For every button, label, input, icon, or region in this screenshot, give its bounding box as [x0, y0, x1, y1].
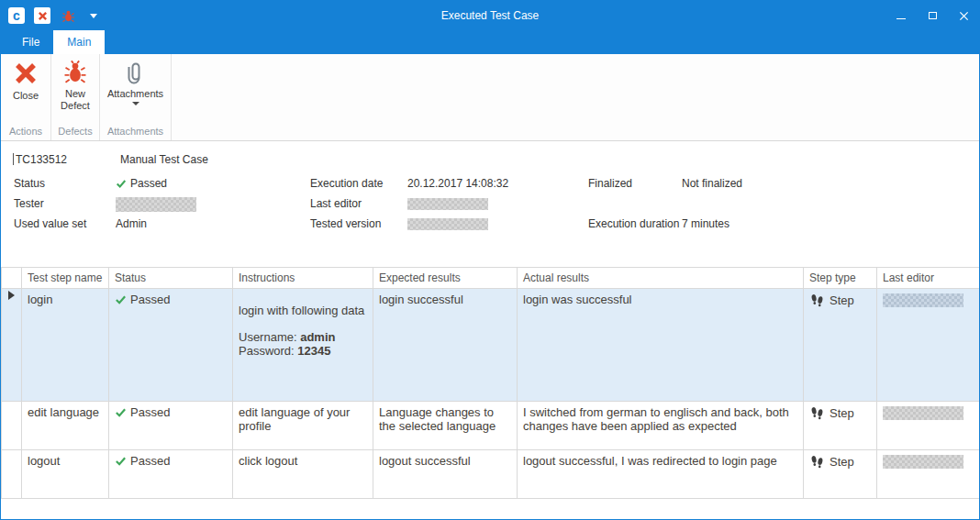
test-case-details: TC133512 Manual Test Case Status Passed …: [1, 141, 979, 267]
execution-duration-value: 7 minutes: [682, 217, 729, 230]
maximize-icon: [929, 12, 937, 19]
bug-icon: [61, 9, 75, 23]
finalized-value: Not finalized: [682, 177, 742, 190]
text-cursor: [13, 153, 14, 165]
quick-access-toolbar: c: [1, 7, 102, 24]
new-defect-quick-icon[interactable]: [60, 7, 76, 24]
test-case-id[interactable]: TC133512: [16, 153, 67, 166]
test-steps-table: Test step name Status Instructions Expec…: [1, 267, 980, 499]
new-defect-button[interactable]: New Defect: [53, 58, 97, 114]
app-logo-icon[interactable]: c: [8, 7, 25, 24]
cell-instructions[interactable]: login with following data Username: admi…: [233, 289, 373, 402]
password-label: Password:: [239, 344, 297, 358]
cell-expected-results[interactable]: login successful: [373, 289, 518, 402]
cell-expected-results[interactable]: Language changes to the selected languag…: [373, 402, 518, 450]
cell-instructions[interactable]: click logout: [233, 450, 373, 499]
ribbon-group-actions: Close Actions: [1, 54, 51, 140]
cell-step-type[interactable]: Step: [804, 450, 877, 499]
username-value: admin: [300, 330, 335, 344]
last-editor-label: Last editor: [310, 197, 362, 210]
instructions-password-line: Password: 12345: [239, 344, 367, 358]
header-last-editor[interactable]: Last editor: [877, 268, 980, 289]
status-text: Passed: [130, 405, 170, 419]
cell-last-editor[interactable]: [877, 402, 980, 450]
quick-access-dropdown[interactable]: [85, 7, 102, 24]
status-text: Passed: [130, 454, 170, 468]
close-ribbon-button[interactable]: Close: [5, 58, 47, 104]
tab-main[interactable]: Main: [53, 30, 105, 54]
row-indicator: [2, 402, 22, 450]
test-case-type: Manual Test Case: [120, 153, 208, 166]
ribbon-group-attachments: Attachments Attachments: [100, 54, 172, 140]
close-button-label: Close: [13, 90, 39, 102]
minimize-button[interactable]: [885, 1, 917, 30]
attachments-button-label: Attachments: [107, 88, 163, 100]
status-text: Passed: [130, 293, 170, 306]
step-type-text: Step: [830, 455, 854, 469]
status-label: Status: [14, 177, 45, 190]
ribbon-group-defects: New Defect Defects: [51, 54, 100, 140]
tested-version-label: Tested version: [310, 217, 381, 230]
check-icon: [115, 406, 127, 421]
finalized-label: Finalized: [588, 177, 632, 190]
table-row-logout[interactable]: logout Passed click logout logout succes…: [2, 450, 980, 499]
redacted-value: [407, 218, 488, 230]
cell-test-step-name[interactable]: edit language: [22, 402, 109, 450]
table-row-login[interactable]: login Passed login with following data U…: [2, 289, 980, 402]
header-expected-results[interactable]: Expected results: [373, 268, 518, 289]
minimize-icon: [896, 18, 906, 19]
cell-last-editor[interactable]: [877, 289, 980, 402]
check-icon: [115, 293, 127, 308]
cell-status[interactable]: Passed: [109, 450, 233, 499]
tab-file[interactable]: File: [8, 30, 53, 54]
cell-actual-results[interactable]: login was successful: [518, 289, 804, 402]
footprints-icon: [809, 293, 825, 308]
table-row-edit-language[interactable]: edit language Passed edit language of yo…: [2, 402, 980, 450]
header-step-type[interactable]: Step type: [804, 268, 877, 289]
window-controls: [885, 1, 979, 30]
footprints-icon: [809, 454, 825, 470]
cell-test-step-name[interactable]: login: [22, 289, 109, 402]
redacted-value: [883, 406, 963, 420]
cell-last-editor[interactable]: [877, 450, 980, 499]
cell-step-type[interactable]: Step: [804, 402, 877, 450]
header-instructions[interactable]: Instructions: [233, 268, 373, 289]
window-title: Executed Test Case: [1, 9, 979, 22]
cell-actual-results[interactable]: logout successful, I was redirected to l…: [518, 450, 804, 499]
titlebar: c Executed Test Case: [1, 1, 979, 30]
cell-expected-results[interactable]: logout successful: [373, 450, 518, 499]
maximize-button[interactable]: [917, 1, 948, 30]
status-value-text: Passed: [130, 177, 167, 190]
instructions-username-line: Username: admin: [239, 330, 367, 344]
cell-status[interactable]: Passed: [109, 402, 233, 450]
close-button[interactable]: [948, 1, 979, 30]
red-x-icon: [38, 11, 48, 21]
header-actual-results[interactable]: Actual results: [518, 268, 804, 289]
redacted-value: [116, 197, 196, 212]
tested-version-value-redacted: [407, 217, 488, 230]
chevron-down-icon: [90, 14, 97, 18]
check-icon: [116, 178, 127, 192]
used-value-set-label: Used value set: [14, 217, 86, 230]
cell-test-step-name[interactable]: logout: [22, 450, 109, 499]
header-status[interactable]: Status: [109, 268, 233, 289]
attachments-button[interactable]: Attachments: [100, 58, 171, 107]
paperclip-icon: [124, 60, 148, 85]
close-icon: [959, 11, 969, 21]
last-editor-value-redacted: [407, 197, 488, 210]
cell-step-type[interactable]: Step: [804, 289, 877, 402]
ribbon-group-label-defects: Defects: [51, 124, 99, 140]
row-arrow-icon: [8, 291, 15, 300]
row-selected-indicator: [2, 289, 22, 402]
header-test-step-name[interactable]: Test step name: [22, 268, 109, 289]
cell-status[interactable]: Passed: [109, 289, 233, 402]
check-icon: [115, 455, 127, 470]
tester-label: Tester: [14, 197, 44, 210]
header-row-indicator: [2, 268, 22, 289]
cell-actual-results[interactable]: I switched from german to englisch and b…: [518, 402, 804, 450]
row-indicator: [2, 450, 22, 499]
password-value: 12345: [297, 344, 330, 358]
close-quick-icon[interactable]: [34, 7, 50, 24]
status-value: Passed: [116, 177, 167, 192]
cell-instructions[interactable]: edit language of your profile: [233, 402, 373, 450]
